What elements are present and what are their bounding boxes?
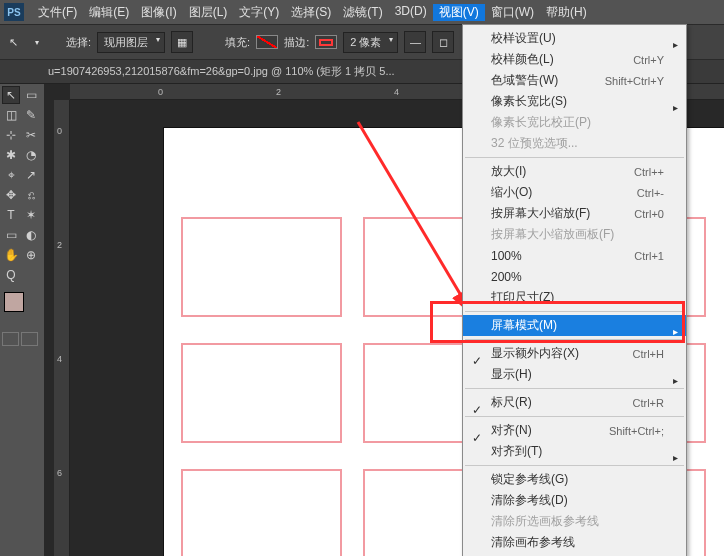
tool-button[interactable]: ⎌	[22, 186, 40, 204]
tool-button[interactable]: ◐	[22, 226, 40, 244]
menu-row[interactable]: 对齐到(T)	[463, 441, 686, 462]
opt-btn-1[interactable]: ▦	[171, 31, 193, 53]
menu-row[interactable]: 屏幕模式(M)	[463, 315, 686, 336]
tool-button[interactable]: ⊕	[22, 246, 40, 264]
screen-mode-btn[interactable]	[21, 332, 38, 346]
menu-item[interactable]: 图层(L)	[183, 4, 234, 21]
menu-row: 像素长宽比校正(P)	[463, 112, 686, 133]
toolbox: ↖▭◫✎⊹✂✱◔⌖↗✥⎌T✶▭◐✋⊕Q	[0, 84, 44, 556]
menu-row[interactable]: 缩小(O)Ctrl+-	[463, 182, 686, 203]
menu-separator	[465, 388, 684, 389]
stroke-label: 描边:	[284, 35, 309, 50]
ruler-tick: 4	[394, 87, 399, 97]
opt-btn-2[interactable]: ◻	[432, 31, 454, 53]
tool-button[interactable]: ✶	[22, 206, 40, 224]
menu-row: 32 位预览选项...	[463, 133, 686, 154]
menu-separator	[465, 157, 684, 158]
menu-separator	[465, 339, 684, 340]
shape-rect[interactable]	[181, 469, 342, 556]
stroke-style-btn[interactable]: —	[404, 31, 426, 53]
tool-button[interactable]: ✎	[22, 106, 40, 124]
menu-row[interactable]: 标尺(R)Ctrl+R	[463, 392, 686, 413]
shape-rect[interactable]	[181, 343, 342, 443]
tool-button[interactable]: Q	[2, 266, 20, 284]
menu-item[interactable]: 图像(I)	[135, 4, 182, 21]
document-tab[interactable]: u=1907426953,212015876&fm=26&gp=0.jpg @ …	[48, 64, 395, 79]
menu-separator	[465, 311, 684, 312]
ruler-tick: 0	[158, 87, 163, 97]
menu-row[interactable]: 校样颜色(L)Ctrl+Y	[463, 49, 686, 70]
fill-label: 填充:	[225, 35, 250, 50]
tool-button[interactable]: T	[2, 206, 20, 224]
menu-item[interactable]: 视图(V)	[433, 4, 485, 21]
menu-item[interactable]: 选择(S)	[285, 4, 337, 21]
menu-row[interactable]: 校样设置(U)	[463, 28, 686, 49]
menu-row[interactable]: 显示额外内容(X)Ctrl+H	[463, 343, 686, 364]
tool-button[interactable]: ✱	[2, 146, 20, 164]
menu-row[interactable]: 锁定参考线(G)	[463, 469, 686, 490]
tool-button[interactable]: ↗	[22, 166, 40, 184]
ruler-vertical[interactable]: 02468	[54, 100, 70, 556]
menu-row[interactable]: 放大(I)Ctrl++	[463, 161, 686, 182]
app-logo: PS	[4, 3, 24, 21]
ruler-tick: 6	[57, 468, 62, 478]
tool-button[interactable]: ✥	[2, 186, 20, 204]
tool-button[interactable]: ✂	[22, 126, 40, 144]
menu-item[interactable]: 滤镜(T)	[337, 4, 388, 21]
tool-button[interactable]: ▭	[2, 226, 20, 244]
chevron-down-icon[interactable]: ▾	[28, 33, 46, 51]
stroke-swatch[interactable]	[315, 35, 337, 49]
menu-row[interactable]: 色域警告(W)Shift+Ctrl+Y	[463, 70, 686, 91]
layer-select-dropdown[interactable]: 现用图层	[97, 32, 165, 53]
tool-button[interactable]: ▭	[22, 86, 40, 104]
menubar: PS 文件(F)编辑(E)图像(I)图层(L)文字(Y)选择(S)滤镜(T)3D…	[0, 0, 724, 24]
menu-separator	[465, 416, 684, 417]
ruler-tick: 4	[57, 354, 62, 364]
menu-item[interactable]: 编辑(E)	[83, 4, 135, 21]
menu-row[interactable]: 像素长宽比(S)	[463, 91, 686, 112]
menu-item[interactable]: 窗口(W)	[485, 4, 540, 21]
menu-row: 清除所选画板参考线	[463, 511, 686, 532]
tool-button[interactable]: ⌖	[2, 166, 20, 184]
menu-item[interactable]: 帮助(H)	[540, 4, 593, 21]
ruler-tick: 2	[276, 87, 281, 97]
stroke-width-dropdown[interactable]: 2 像素	[343, 32, 398, 53]
menu-row[interactable]: 按屏幕大小缩放(F)Ctrl+0	[463, 203, 686, 224]
screen-mode-btn[interactable]	[2, 332, 19, 346]
tool-button[interactable]: ↖	[2, 86, 20, 104]
move-tool-icon: ↖	[4, 33, 22, 51]
menu-row: 按屏幕大小缩放画板(F)	[463, 224, 686, 245]
ruler-tick: 0	[57, 126, 62, 136]
view-menu-popup: 校样设置(U)校样颜色(L)Ctrl+Y色域警告(W)Shift+Ctrl+Y像…	[462, 24, 687, 556]
menu-row[interactable]: 清除参考线(D)	[463, 490, 686, 511]
tool-button[interactable]: ✋	[2, 246, 20, 264]
fill-swatch[interactable]	[256, 35, 278, 49]
menu-row[interactable]: 100%Ctrl+1	[463, 245, 686, 266]
menu-row[interactable]: 打印尺寸(Z)	[463, 287, 686, 308]
ruler-tick: 2	[57, 240, 62, 250]
menu-separator	[465, 465, 684, 466]
menu-item[interactable]: 3D(D)	[389, 4, 433, 21]
tool-button[interactable]: ◫	[2, 106, 20, 124]
menu-row[interactable]: 清除画布参考线	[463, 532, 686, 553]
tool-button[interactable]: ◔	[22, 146, 40, 164]
menu-item[interactable]: 文字(Y)	[233, 4, 285, 21]
shape-rect[interactable]	[181, 217, 342, 317]
menu-row[interactable]: 200%	[463, 266, 686, 287]
tool-button[interactable]: ⊹	[2, 126, 20, 144]
fg-bg-swatch[interactable]	[2, 290, 38, 326]
select-label: 选择:	[66, 35, 91, 50]
menu-item[interactable]: 文件(F)	[32, 4, 83, 21]
menu-row[interactable]: 显示(H)	[463, 364, 686, 385]
menu-row[interactable]: 对齐(N)Shift+Ctrl+;	[463, 420, 686, 441]
